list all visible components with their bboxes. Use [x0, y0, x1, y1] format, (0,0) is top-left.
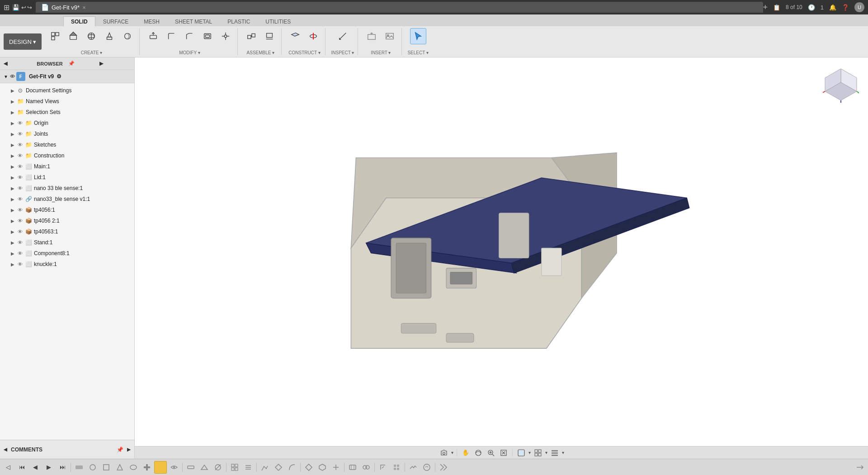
help-icon[interactable]: ❓: [842, 4, 849, 11]
tool-assemble1[interactable]: [243, 28, 259, 44]
eye-icon[interactable]: 👁: [16, 174, 24, 181]
root-settings-icon[interactable]: ⚙: [57, 73, 61, 80]
bell-icon[interactable]: 🔔: [829, 4, 836, 11]
view-mode-dropdown[interactable]: ▾: [562, 450, 564, 455]
camera-btn[interactable]: [439, 447, 449, 458]
tab-mesh[interactable]: MESH: [136, 16, 167, 26]
tl-14[interactable]: [272, 461, 285, 474]
tool-insert2[interactable]: [382, 28, 398, 44]
tl-24[interactable]: [420, 461, 433, 474]
tool-insert1[interactable]: [363, 28, 380, 44]
expand-icon[interactable]: ▶: [9, 152, 16, 159]
tree-item-lid1[interactable]: ▶ 👁 ⬜ Lid:1: [0, 172, 134, 183]
eye-icon[interactable]: 👁: [16, 228, 24, 235]
expand-icon[interactable]: ▶: [9, 217, 16, 224]
expand-icon[interactable]: ▶: [9, 206, 16, 214]
root-eye-icon[interactable]: 👁: [10, 74, 15, 79]
expand-icon[interactable]: ▶: [9, 174, 16, 181]
save-icon[interactable]: 💾: [12, 4, 19, 11]
grid-dropdown[interactable]: ▾: [545, 450, 547, 455]
tl-15[interactable]: [286, 461, 298, 474]
tool-select[interactable]: [410, 28, 426, 44]
eye-icon[interactable]: 👁: [16, 195, 24, 203]
tree-item-selection-sets[interactable]: ▶ 📁 Selection Sets: [0, 107, 134, 118]
camera-dropdown[interactable]: ▾: [451, 450, 453, 455]
comments-expand-icon[interactable]: ▶: [127, 447, 131, 452]
tool-move[interactable]: [217, 28, 234, 44]
tree-item-doc-settings[interactable]: ▶ ⚙ Document Settings: [0, 85, 134, 96]
root-expand-icon[interactable]: ▼: [4, 74, 8, 79]
tool-new-component[interactable]: [47, 28, 63, 44]
tl-19[interactable]: [346, 461, 359, 474]
redo-title-icon[interactable]: ↪: [27, 4, 32, 11]
tl-25[interactable]: [437, 461, 450, 474]
eye-icon[interactable]: 👁: [16, 261, 24, 268]
add-tab-btn[interactable]: +: [763, 3, 768, 12]
viewport[interactable]: Z X Y ▾ ✋: [135, 57, 868, 459]
tl-9[interactable]: [198, 461, 211, 474]
user-avatar[interactable]: U: [854, 2, 864, 12]
timeline-tool-7[interactable]: [168, 461, 180, 474]
tree-item-construction[interactable]: ▶ 👁 📁 Construction: [0, 150, 134, 161]
tl-11[interactable]: [228, 461, 241, 474]
modify-group-label[interactable]: MODIFY ▾: [179, 50, 200, 55]
tree-item-main1[interactable]: ▶ 👁 ⬜ Main:1: [0, 161, 134, 172]
insert-group-label[interactable]: INSERT ▾: [371, 50, 391, 55]
eye-icon[interactable]: 👁: [16, 119, 24, 127]
tool-shell[interactable]: [199, 28, 216, 44]
browser-expand-icon[interactable]: ▶: [99, 61, 131, 66]
tl-22[interactable]: [390, 461, 403, 474]
expand-icon[interactable]: ▶: [9, 130, 16, 138]
eye-icon[interactable]: 👁: [16, 152, 24, 159]
eye-icon[interactable]: 👁: [16, 141, 24, 148]
tree-item-origin[interactable]: ▶ 👁 📁 Origin: [0, 118, 134, 128]
expand-icon[interactable]: ▶: [9, 261, 16, 268]
orbit-btn[interactable]: [473, 447, 484, 458]
play-back-btn[interactable]: ◀: [29, 461, 42, 474]
tool-loft[interactable]: [101, 28, 118, 44]
construct-group-label[interactable]: CONSTRUCT ▾: [288, 50, 320, 55]
expand-icon[interactable]: ▶: [9, 185, 16, 192]
tree-item-nano33-v1[interactable]: ▶ 👁 🔗 nano33_ble sense v1:1: [0, 194, 134, 204]
tl-16[interactable]: [302, 461, 315, 474]
zoom-in-btn[interactable]: [486, 447, 496, 458]
close-tab-btn[interactable]: ×: [82, 4, 86, 11]
tl-21[interactable]: [377, 461, 389, 474]
expand-comments-icon[interactable]: ◀: [4, 447, 7, 452]
expand-icon[interactable]: ▶: [9, 98, 16, 105]
timeline-tool-2[interactable]: [86, 461, 99, 474]
expand-icon[interactable]: ▶: [9, 195, 16, 203]
timeline-tool-4[interactable]: [113, 461, 126, 474]
tab-solid[interactable]: SOLID: [63, 16, 95, 26]
expand-icon[interactable]: ▶: [9, 109, 16, 116]
tl-23[interactable]: [407, 461, 420, 474]
expand-icon[interactable]: ▶: [9, 119, 16, 127]
browser-pin-icon[interactable]: 📌: [68, 61, 99, 66]
tree-item-stand1[interactable]: ▶ 👁 ⬜ Stand:1: [0, 237, 134, 248]
timeline-tool-5[interactable]: [127, 461, 140, 474]
view-mode-btn[interactable]: [549, 447, 560, 458]
expand-icon[interactable]: ▶: [9, 250, 16, 257]
tree-item-joints[interactable]: ▶ 👁 📁 Joints: [0, 128, 134, 139]
tl-18[interactable]: [330, 461, 342, 474]
display-mode-btn[interactable]: [516, 447, 527, 458]
collapse-sidebar-icon[interactable]: ◀: [4, 61, 35, 66]
expand-icon[interactable]: ▶: [9, 228, 16, 235]
expand-timeline-btn[interactable]: [854, 461, 866, 474]
eye-icon[interactable]: 👁: [16, 239, 24, 246]
comments-panel[interactable]: ◀ COMMENTS 📌 ▶: [0, 440, 134, 459]
tl-8[interactable]: [184, 461, 197, 474]
tool-chamfer[interactable]: [181, 28, 198, 44]
design-button[interactable]: DESIGN ▾: [4, 33, 42, 50]
tool-construct1[interactable]: [287, 28, 303, 44]
step-back-btn[interactable]: ⏮: [15, 461, 28, 474]
timeline-tool-6[interactable]: [141, 461, 153, 474]
expand-icon[interactable]: ▶: [9, 239, 16, 246]
assemble-group-label[interactable]: ASSEMBLE ▾: [247, 50, 275, 55]
tool-extrude[interactable]: [65, 28, 81, 44]
expand-icon[interactable]: ▶: [9, 87, 16, 94]
eye-icon[interactable]: 👁: [16, 250, 24, 257]
nav-cube[interactable]: Z X Y: [823, 66, 859, 103]
tree-item-sketches[interactable]: ▶ 👁 📁 Sketches: [0, 139, 134, 150]
inspect-group-label[interactable]: INSPECT ▾: [331, 50, 354, 55]
